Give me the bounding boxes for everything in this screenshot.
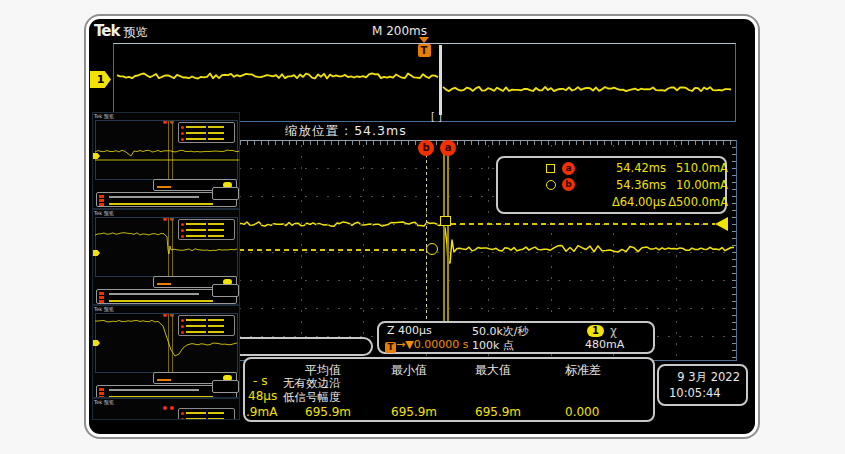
gridline	[363, 145, 364, 357]
thumb-cursor-a-dot	[163, 406, 167, 410]
capture-thumbnail-4[interactable]: Tek 预览	[92, 398, 240, 420]
status-no-valid-edge: 无有效边沿	[283, 376, 341, 391]
capture-thumbnail-2[interactable]: Tek 预览	[92, 209, 240, 305]
measurement-min: 695.9m	[391, 405, 437, 419]
waveform-trace	[229, 222, 734, 263]
reference-level-dashed-line	[451, 223, 715, 225]
trigger-arrow-icon	[419, 37, 429, 43]
measurement-partial-3: .9mA	[246, 405, 277, 419]
oscilloscope-screen: Tek预览 M 200ms T [] 1 缩放位置 : 54.3ms	[89, 19, 755, 434]
cursor-b-badge-icon: b	[562, 178, 575, 191]
trigger-position-value: →▼0.00000 s	[396, 338, 468, 351]
waveform-trace	[117, 73, 438, 78]
cursor-a-badge-icon: a	[562, 162, 575, 175]
thumbnail-brand-label: Tek 预览	[94, 399, 114, 405]
cursor-delta-time: Δ64.00µs	[586, 195, 666, 209]
datetime-box: 9 3月 2022 10:05:44	[657, 364, 748, 406]
capture-thumbnail-3[interactable]: Tek 预览	[92, 305, 240, 398]
tek-logo: Tek	[94, 22, 119, 40]
thumb-date-box	[212, 284, 239, 297]
channel-coupling-symbol: χ	[610, 324, 617, 338]
screenshot-stage: Tek预览 M 200ms T [] 1 缩放位置 : 54.3ms	[0, 0, 845, 454]
reference-level-arrow-icon	[715, 217, 728, 231]
channel-1-badge: 1	[587, 325, 604, 337]
trigger-position-marker[interactable]: T	[417, 37, 431, 57]
measurement-max: 695.9m	[475, 405, 521, 419]
cursor-b-value: 10.00mA	[666, 178, 728, 192]
gridline	[301, 145, 302, 357]
cursor-b-readout-row: b 54.36ms 10.00mA	[546, 177, 728, 194]
cursor-readout-box: a 54.42ms 510.0mA b 54.36ms 10.00mA Δ64.…	[496, 156, 727, 214]
zoom-position-label: 缩放位置 : 54.3ms	[285, 123, 407, 140]
graticule-right-ticks	[732, 140, 736, 360]
trigger-position-readout: T→▼0.00000 s	[385, 338, 468, 353]
oscilloscope-bezel: Tek预览 M 200ms T [] 1 缩放位置 : 54.3ms	[84, 14, 760, 439]
cursor-b-time: 54.36ms	[586, 178, 666, 192]
square-marker-icon	[546, 164, 555, 173]
capture-thumbnail-1[interactable]: Tek 预览	[92, 112, 240, 209]
cursor-b-circle-marker[interactable]	[426, 243, 438, 255]
col-header-stddev: 标准差	[565, 362, 601, 379]
thumb-date-box	[212, 380, 239, 393]
cursor-b-badge[interactable]: b	[418, 140, 434, 156]
channel-1-marker[interactable]: 1	[90, 71, 111, 88]
col-header-max: 最大值	[475, 362, 511, 379]
status-low-amplitude: 低信号幅度	[283, 390, 341, 405]
zoom-window-bar[interactable]	[439, 45, 442, 115]
waveform-trace	[443, 87, 731, 91]
cursor-a-square-marker[interactable]	[440, 216, 451, 226]
trigger-t-icon: T	[418, 44, 431, 57]
main-timebase-label: M 200ms	[372, 24, 427, 38]
brand-label: Tek预览	[94, 22, 147, 41]
thumb-cursor-b-dot	[170, 406, 174, 410]
record-length-label: 100k 点	[472, 338, 514, 353]
cursor-a-value: 510.0mA	[666, 161, 728, 175]
lower-level-dashed-line	[230, 249, 426, 251]
waveform-trace	[95, 320, 237, 356]
cursor-a-time: 54.42ms	[586, 161, 666, 175]
cursor-a-readout-row: a 54.42ms 510.0mA	[546, 160, 728, 177]
preview-mode-label: 预览	[123, 25, 147, 39]
measurement-table: 平均值 最小值 最大值 标准差 - s 48µs .9mA 无有效边沿 低信号幅…	[243, 357, 655, 422]
circle-marker-icon	[546, 180, 556, 190]
acquisition-readout-box: Z 400µs 50.0k次/秒 1 χ T→▼0.00000 s 100k 点…	[377, 321, 655, 354]
cursor-delta-value: Δ500.0mA	[666, 195, 728, 209]
time-label: 10:05:44	[669, 386, 721, 400]
thumb-date-box	[212, 187, 239, 200]
cursor-delta-readout-row: Δ64.00µs Δ500.0mA	[546, 193, 728, 210]
zoom-window-bracket: []	[431, 111, 445, 122]
channel-scale-label: 480mA	[585, 338, 624, 351]
sample-rate-label: 50.0k次/秒	[472, 324, 529, 339]
waveform-trace	[95, 150, 239, 156]
measurement-mean: 695.9m	[305, 405, 351, 419]
col-header-min: 最小值	[391, 362, 427, 379]
measurement-partial-1: - s	[253, 374, 267, 388]
date-label: 9 3月 2022	[677, 370, 740, 385]
trigger-t-icon: T	[385, 342, 396, 353]
thumb-readout-row	[181, 416, 232, 420]
zoom-scale-label: Z 400µs	[387, 324, 432, 337]
measurement-stddev: 0.000	[565, 405, 599, 419]
cursor-a-badge[interactable]: a	[440, 140, 456, 156]
waveform-trace	[95, 233, 237, 254]
measurement-partial-2: 48µs	[248, 389, 277, 403]
thumb-cursor-readout	[178, 408, 235, 420]
